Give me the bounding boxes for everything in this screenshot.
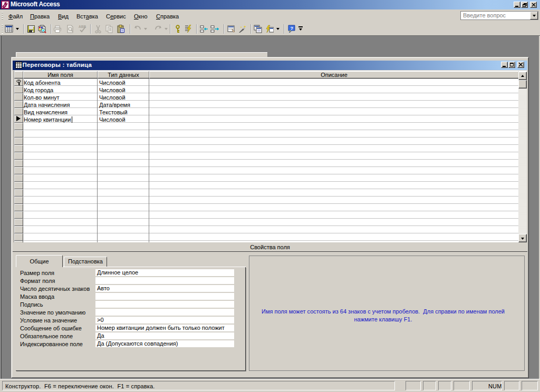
svg-text:?: ? bbox=[291, 26, 294, 31]
